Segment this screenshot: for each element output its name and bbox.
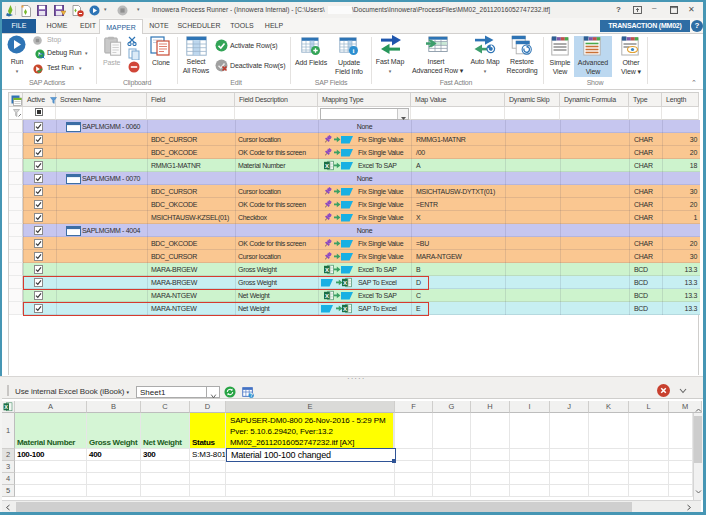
svg-text:X: X	[325, 267, 329, 273]
svg-text:X: X	[325, 163, 329, 169]
svg-text:?: ?	[250, 392, 253, 398]
svg-text:i: i	[353, 47, 355, 55]
svg-text:X: X	[4, 404, 8, 410]
svg-text:X: X	[325, 293, 329, 299]
